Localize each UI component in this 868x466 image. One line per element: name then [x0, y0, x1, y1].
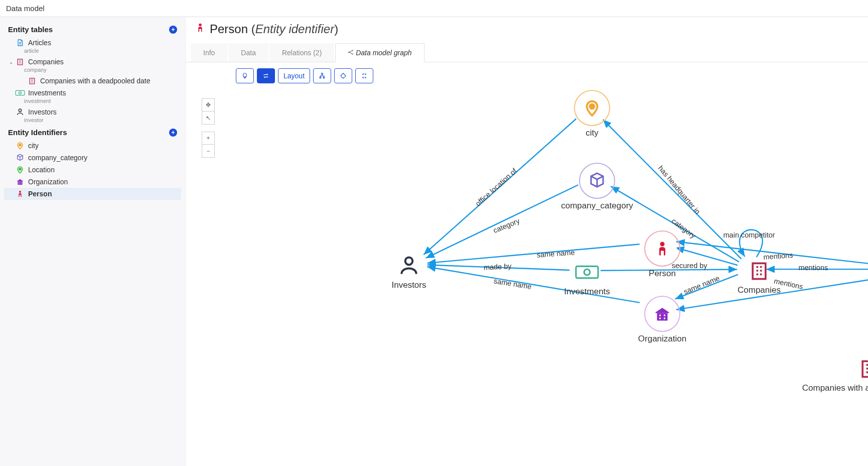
- sidebar-item-label: Companies with a deadpooled date: [40, 77, 151, 85]
- sidebar-item-companies[interactable]: ⌄Companies: [4, 56, 181, 68]
- sidebar-item-investments[interactable]: Investments: [4, 87, 181, 99]
- file-icon: [15, 39, 25, 47]
- svg-rect-9: [21, 182, 21, 183]
- sidebar-item-location[interactable]: Location: [4, 164, 181, 176]
- tab-info[interactable]: Info: [191, 43, 227, 62]
- person-icon: [195, 22, 206, 36]
- sidebar-item-sublabel: investor: [24, 117, 181, 123]
- node-label: Organization: [638, 334, 686, 344]
- svg-rect-7: [18, 181, 22, 185]
- org-icon: [15, 178, 25, 186]
- svg-rect-1: [30, 78, 34, 84]
- node-investments[interactable]: Investments: [562, 260, 612, 297]
- section-entity-tables: Entity tables +: [4, 22, 181, 37]
- sidebar-item-sublabel: company: [24, 67, 181, 73]
- heading-entity: Person: [210, 22, 248, 36]
- money-icon: [15, 89, 25, 97]
- svg-rect-2: [16, 90, 25, 95]
- node-company_category[interactable]: company_category: [572, 163, 622, 211]
- node-label: Companies with a deadpooled date: [802, 383, 868, 393]
- tab-data-model-graph[interactable]: Data model graph: [335, 43, 424, 62]
- sidebar-item-label: Companies: [28, 58, 64, 66]
- section-entity-identifiers: Entity Identifiers +: [4, 125, 181, 140]
- sidebar-item-child[interactable]: Companies with a deadpooled date: [4, 75, 181, 87]
- svg-rect-8: [19, 182, 19, 183]
- node-label: city: [586, 128, 599, 138]
- tab-label: Info: [203, 49, 215, 57]
- svg-rect-28: [659, 315, 661, 316]
- sidebar-item-investors[interactable]: Investors: [4, 106, 181, 118]
- edge-label: mentions: [798, 264, 828, 272]
- sidebar-item-company_category[interactable]: company_category: [4, 152, 181, 164]
- svg-point-21: [590, 104, 595, 109]
- content-heading: Person ( Entity identifier ): [186, 17, 868, 41]
- tab-label: Data model graph: [356, 49, 411, 57]
- node-label: Investments: [564, 287, 610, 297]
- sidebar-item-sublabel: investment: [24, 98, 181, 104]
- node-label: Person: [649, 269, 676, 279]
- tabs: InfoDataRelations (2) Data model graph: [186, 43, 868, 62]
- edge-label: same name: [682, 274, 720, 296]
- svg-point-15: [352, 50, 353, 51]
- svg-rect-17: [322, 73, 323, 74]
- sidebar-item-label: Articles: [28, 39, 51, 47]
- sidebar-item-label: Location: [28, 166, 55, 174]
- edge-label: same name: [493, 277, 532, 291]
- edge-label: has headquarter in: [657, 164, 702, 216]
- node-label: Companies: [738, 285, 781, 295]
- node-investors[interactable]: Investors: [384, 253, 434, 290]
- add-table-button[interactable]: +: [169, 26, 177, 34]
- node-cwd[interactable]: Companies with a deadpooled date: [844, 356, 868, 393]
- page-title: Data model: [0, 0, 868, 17]
- svg-rect-0: [18, 59, 22, 65]
- node-label: company_category: [561, 201, 633, 211]
- sidebar-item-organization[interactable]: Organization: [4, 176, 181, 188]
- node-label: Investors: [392, 280, 426, 290]
- building-icon: [15, 58, 25, 66]
- svg-rect-31: [664, 318, 665, 319]
- edge-label: same name: [536, 248, 575, 259]
- tab-data[interactable]: Data: [228, 43, 268, 62]
- svg-rect-27: [657, 313, 668, 321]
- node-city[interactable]: city: [567, 90, 617, 138]
- edge-label: main competitor: [724, 231, 775, 239]
- graph-canvas[interactable]: office location ofhas headquarter incate…: [186, 77, 868, 466]
- node-companies[interactable]: Companies: [734, 258, 784, 295]
- heading-paren: ): [334, 22, 338, 36]
- section-label: Entity tables: [8, 25, 53, 34]
- sidebar-item-label: Investments: [28, 89, 66, 97]
- sidebar-item-city[interactable]: city: [4, 140, 181, 152]
- sidebar-item-person[interactable]: Person: [4, 188, 181, 200]
- content-area: Person ( Entity identifier ) InfoDataRel…: [186, 17, 868, 466]
- person-icon: [15, 190, 25, 198]
- svg-point-14: [349, 52, 350, 53]
- sidebar-item-articles[interactable]: Articles: [4, 37, 181, 49]
- add-identifier-button[interactable]: +: [169, 129, 177, 137]
- tab-relations-[interactable]: Relations (2): [269, 43, 334, 62]
- node-organization[interactable]: Organization: [637, 296, 687, 344]
- svg-point-25: [584, 269, 590, 275]
- svg-point-12: [19, 191, 21, 193]
- pin-icon: [15, 142, 25, 150]
- chevron-icon: ⌄: [8, 59, 14, 65]
- svg-rect-26: [753, 263, 766, 279]
- node-person[interactable]: Person: [637, 230, 687, 279]
- edge-label: office location of: [474, 166, 518, 207]
- svg-point-3: [19, 92, 22, 94]
- svg-point-22: [660, 242, 665, 247]
- edge-label: made by: [483, 262, 512, 272]
- svg-rect-10: [19, 183, 19, 184]
- sidebar-item-label: city: [28, 142, 39, 150]
- tab-label: Relations (2): [282, 49, 322, 57]
- cube-icon: [15, 154, 25, 162]
- heading-type: Entity identifier: [255, 22, 334, 36]
- tab-label: Data: [241, 49, 256, 57]
- svg-rect-29: [664, 315, 665, 316]
- svg-rect-30: [659, 318, 661, 319]
- svg-rect-11: [21, 183, 21, 184]
- person-outline-icon: [15, 108, 25, 116]
- svg-rect-24: [576, 266, 598, 278]
- heading-paren: (: [251, 22, 255, 36]
- svg-point-23: [405, 258, 413, 265]
- pin-icon: [15, 166, 25, 174]
